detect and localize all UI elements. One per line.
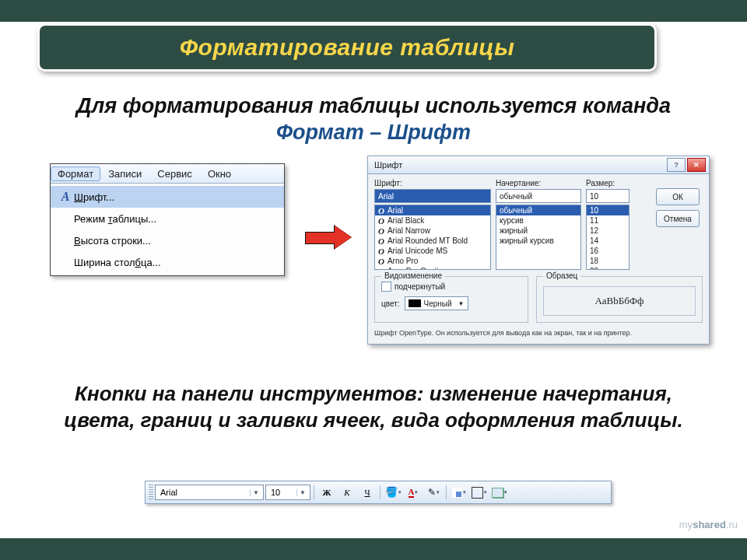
chevron-down-icon: ▼ bbox=[458, 300, 465, 307]
arrow-icon bbox=[305, 226, 355, 249]
font-color-button[interactable]: A▾ bbox=[404, 484, 423, 501]
italic-button[interactable]: К bbox=[338, 484, 356, 501]
ok-button[interactable]: ОК bbox=[656, 188, 700, 205]
style-input[interactable]: обычный bbox=[496, 189, 581, 203]
gridlines-button[interactable]: ▾ bbox=[450, 484, 468, 501]
color-label: цвет: bbox=[381, 299, 400, 308]
sample-group: Образец AaBbБбФф bbox=[536, 276, 703, 323]
top-accent-bar bbox=[0, 0, 747, 22]
fill-color-button[interactable]: 🪣▾ bbox=[384, 484, 402, 501]
chevron-down-icon: ▼ bbox=[250, 489, 261, 496]
underline-button[interactable]: Ч bbox=[358, 484, 377, 501]
chevron-down-icon: ▾ bbox=[437, 489, 440, 495]
second-paragraph: Кнопки на панели инструментов: изменение… bbox=[47, 381, 700, 434]
menu-item-label: Ширина столбца... bbox=[74, 257, 275, 268]
grid-icon bbox=[452, 488, 462, 498]
style-label: Начертание: bbox=[496, 179, 581, 187]
font-combo[interactable]: Arial ▼ bbox=[155, 485, 264, 500]
menu-item-label: Шрифт... bbox=[74, 191, 275, 203]
menu-item-label: Режим таблицы... bbox=[74, 213, 275, 225]
font-dialog: Шрифт ? ✕ Шрифт: Arial OArial OArial Bla… bbox=[367, 156, 710, 345]
checkbox-icon bbox=[381, 282, 391, 292]
formatting-toolbar: Arial ▼ 10 ▼ Ж К Ч 🪣▾ A▾ ✎▾ ▾ ▾ ▾ bbox=[145, 481, 612, 504]
lead-accent: Формат – Шрифт bbox=[276, 121, 471, 144]
slide-title-box: Форматирование таблицы bbox=[37, 23, 657, 72]
menu-item-label: Высота строки... bbox=[74, 235, 275, 247]
style-list[interactable]: обычный курсив жирный жирный курсив bbox=[496, 205, 581, 270]
toolbar-grip-icon bbox=[149, 485, 153, 500]
chevron-down-icon: ▼ bbox=[296, 489, 308, 496]
separator bbox=[380, 485, 381, 499]
color-swatch-icon bbox=[409, 299, 421, 307]
pencil-icon: ✎ bbox=[428, 487, 436, 499]
menu-tools[interactable]: Сервис bbox=[149, 168, 200, 180]
dialog-title: Шрифт bbox=[374, 160, 665, 170]
separator bbox=[314, 485, 314, 499]
borders-button[interactable]: ▾ bbox=[470, 484, 489, 501]
border-icon bbox=[472, 487, 483, 499]
menu-item-row-height[interactable]: • Высота строки... bbox=[51, 229, 284, 251]
help-button[interactable]: ? bbox=[667, 158, 686, 172]
bold-button[interactable]: Ж bbox=[317, 484, 336, 501]
chevron-down-icon: ▾ bbox=[415, 489, 418, 495]
line-color-button[interactable]: ✎▾ bbox=[424, 484, 443, 501]
chevron-down-icon: ▾ bbox=[504, 489, 507, 495]
menu-records[interactable]: Записи bbox=[100, 168, 149, 180]
watermark: myshared.ru bbox=[679, 519, 738, 530]
size-combo[interactable]: 10 ▼ bbox=[265, 485, 310, 500]
special-effect-button[interactable]: ▾ bbox=[490, 484, 509, 501]
dialog-footnote: Шрифт OpenType. Он используется для выво… bbox=[374, 329, 703, 338]
menu-window[interactable]: Окно bbox=[200, 168, 239, 180]
chevron-down-icon: ▾ bbox=[484, 489, 487, 495]
font-input[interactable]: Arial bbox=[374, 189, 491, 203]
size-list[interactable]: 10 11 12 14 16 18 20 bbox=[586, 205, 630, 270]
close-button[interactable]: ✕ bbox=[687, 158, 706, 172]
menu-item-col-width[interactable]: • Ширина столбца... bbox=[51, 251, 284, 273]
size-input[interactable]: 10 bbox=[586, 189, 630, 203]
menu-item-datasheet[interactable]: • Режим таблицы... bbox=[51, 208, 284, 229]
font-label: Шрифт: bbox=[374, 179, 491, 187]
menu-screenshot: Формат Записи Сервис Окно A Шрифт... • Р… bbox=[50, 163, 285, 276]
color-select[interactable]: Черный ▼ bbox=[405, 296, 468, 310]
lead-paragraph: Для форматирования таблицы используется … bbox=[47, 93, 700, 146]
chevron-down-icon: ▾ bbox=[463, 489, 466, 495]
sample-preview: AaBbБбФф bbox=[543, 286, 696, 316]
font-color-icon: A bbox=[409, 487, 415, 498]
menu-item-font[interactable]: A Шрифт... bbox=[51, 186, 284, 208]
size-label: Размер: bbox=[586, 179, 630, 187]
font-list[interactable]: OArial OArial Black OArial Narrow OArial… bbox=[374, 205, 491, 270]
menu-format[interactable]: Формат bbox=[51, 166, 100, 181]
slide-title: Форматирование таблицы bbox=[180, 34, 515, 61]
bucket-icon: 🪣 bbox=[385, 486, 398, 499]
underline-checkbox[interactable]: подчеркнутый bbox=[381, 282, 521, 292]
effect-icon bbox=[492, 488, 503, 498]
font-glyph-icon: A bbox=[57, 190, 74, 204]
cancel-button[interactable]: Отмена bbox=[656, 210, 700, 227]
dialog-titlebar: Шрифт ? ✕ bbox=[367, 156, 710, 173]
bottom-accent-bar bbox=[0, 538, 747, 560]
effects-group: Видоизменение подчеркнутый цвет: Черный … bbox=[374, 276, 528, 323]
chevron-down-icon: ▾ bbox=[398, 489, 402, 495]
menu-bar: Формат Записи Сервис Окно bbox=[51, 164, 284, 184]
separator bbox=[446, 485, 447, 499]
